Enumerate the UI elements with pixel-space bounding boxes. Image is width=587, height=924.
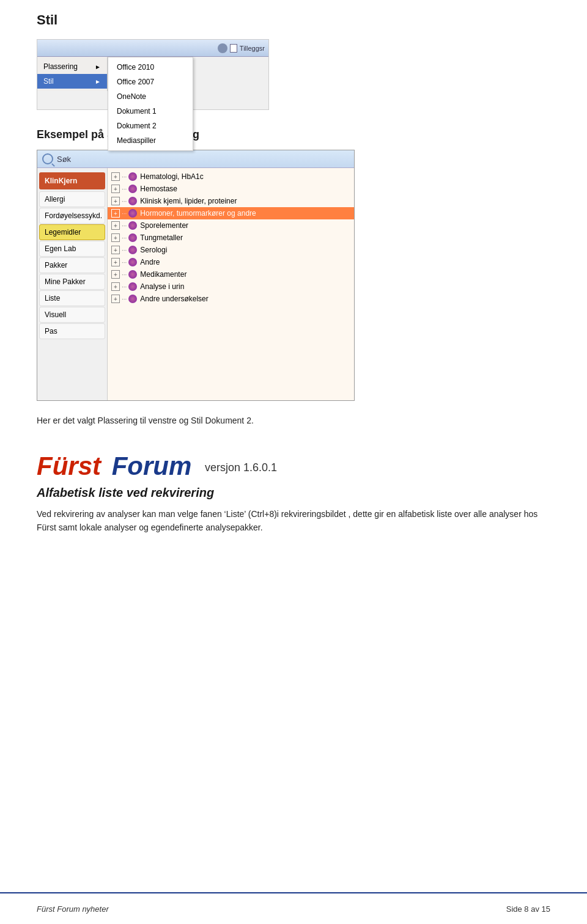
tillegg-icon xyxy=(218,43,227,53)
submenu-dokument1[interactable]: Dokument 1 xyxy=(108,104,193,119)
submenu-office2007[interactable]: Office 2007 xyxy=(108,75,193,89)
sidebar-item-allergi[interactable]: Allergi xyxy=(39,191,105,207)
sidebar-item-fordoyelse[interactable]: Fordøyelsessykd. xyxy=(39,208,105,224)
tree-dots: ··· xyxy=(122,174,127,180)
tree-expand-icon: + xyxy=(111,172,120,181)
tree-item-1[interactable]: + ··· Hemostase xyxy=(108,183,354,195)
tree-expand-icon: + xyxy=(111,233,120,242)
tree-item-9[interactable]: + ··· Analyse i urin xyxy=(108,280,354,293)
sidebar-item-egenlab[interactable]: Egen Lab xyxy=(39,241,105,257)
tree-icon xyxy=(128,185,137,193)
tree-item-3[interactable]: + ··· Hormoner, tumormarkører og andre xyxy=(108,207,354,219)
tree-expand-icon: + xyxy=(111,221,120,230)
menu-item-stil[interactable]: Stil ► xyxy=(37,74,107,89)
tree-icon xyxy=(128,209,137,218)
search-label: Søk xyxy=(57,155,71,164)
arrow-icon: ► xyxy=(95,64,101,70)
menu-item-plassering[interactable]: Plassering ► xyxy=(37,59,107,74)
footer-left: Fürst Forum nyheter xyxy=(37,904,109,914)
tree-expand-icon: + xyxy=(111,270,120,279)
tillegg-doc-icon xyxy=(230,44,237,53)
app-main-tree: + ··· Hematologi, HbA1c + ··· Hemostase … xyxy=(108,168,354,400)
tree-item-4[interactable]: + ··· Sporelementer xyxy=(108,219,354,232)
footer: Fürst Forum nyheter Side 8 av 15 xyxy=(0,892,587,924)
context-menu-left: Plassering ► Stil ► xyxy=(37,57,108,91)
tree-icon xyxy=(128,233,137,242)
submenu-onenote[interactable]: OneNote xyxy=(108,89,193,104)
tree-icon xyxy=(128,197,137,205)
tree-expand-icon: + xyxy=(111,282,120,291)
top-ribbon: Tilleggsr xyxy=(37,40,268,57)
arrow-icon: ► xyxy=(95,78,101,85)
tree-icon xyxy=(128,246,137,254)
furst-text: Fürst xyxy=(37,452,101,480)
tree-item-0[interactable]: + ··· Hematologi, HbA1c xyxy=(108,170,354,183)
description-text: Her er det valgt Plassering til venstre … xyxy=(37,414,550,427)
tilleggs-label: Tilleggsr xyxy=(240,45,265,52)
tree-dots: ··· xyxy=(122,271,127,278)
sidebar-item-minepakker[interactable]: Mine Pakker xyxy=(39,274,105,290)
tree-dots: ··· xyxy=(122,259,127,266)
search-icon xyxy=(42,153,53,164)
tree-icon xyxy=(128,172,137,181)
tree-dots: ··· xyxy=(122,296,127,302)
alfabetisk-title: Alfabetisk liste ved rekvirering xyxy=(37,486,550,500)
tree-item-8[interactable]: + ··· Medikamenter xyxy=(108,268,354,280)
tree-expand-icon: + xyxy=(111,295,120,303)
context-menu-right: Office 2010 Office 2007 OneNote Dokument… xyxy=(108,57,193,151)
sidebar-item-klinkjern[interactable]: KlinKjern xyxy=(39,172,105,189)
tree-expand-icon: + xyxy=(111,185,120,193)
sidebar-item-pas[interactable]: Pas xyxy=(39,323,105,339)
tree-dots: ··· xyxy=(122,198,127,205)
tree-dots: ··· xyxy=(122,210,127,217)
menu-screenshot: Tilleggsr Plassering ► Stil ► Office 201… xyxy=(37,39,269,110)
tree-icon xyxy=(128,221,137,230)
sidebar-item-legemidler[interactable]: Legemidler xyxy=(39,224,105,240)
footer-right: Side 8 av 15 xyxy=(506,904,550,914)
app-sidebar: KlinKjern Allergi Fordøyelsessykd. Legem… xyxy=(37,168,108,400)
app-search-bar: Søk xyxy=(37,150,354,168)
tree-icon xyxy=(128,282,137,291)
tree-item-7[interactable]: + ··· Andre xyxy=(108,256,354,268)
tree-expand-icon: + xyxy=(111,209,120,218)
tree-expand-icon: + xyxy=(111,246,120,254)
versjon-text: versjon 1.6.0.1 xyxy=(205,461,277,474)
tree-icon xyxy=(128,258,137,266)
app-body: KlinKjern Allergi Fordøyelsessykd. Legem… xyxy=(37,168,354,400)
tree-expand-icon: + xyxy=(111,197,120,205)
tree-expand-icon: + xyxy=(111,258,120,266)
tree-dots: ··· xyxy=(122,222,127,229)
furst-forum-heading: Fürst Forum versjon 1.6.0.1 xyxy=(37,452,550,481)
tree-dots: ··· xyxy=(122,247,127,254)
app-screenshot: Søk KlinKjern Allergi Fordøyelsessykd. L… xyxy=(37,150,355,401)
tree-dots: ··· xyxy=(122,235,127,241)
tree-item-2[interactable]: + ··· Klinisk kjemi, lipider, proteiner xyxy=(108,195,354,207)
sidebar-item-liste[interactable]: Liste xyxy=(39,290,105,306)
tree-icon xyxy=(128,295,137,303)
forum-text: Forum xyxy=(112,452,192,480)
sidebar-item-visuell[interactable]: Visuell xyxy=(39,307,105,323)
submenu-office2010[interactable]: Office 2010 xyxy=(108,60,193,75)
submenu-dokument2[interactable]: Dokument 2 xyxy=(108,119,193,133)
tree-item-6[interactable]: + ··· Serologi xyxy=(108,244,354,256)
section1-title: Stil xyxy=(37,12,550,28)
submenu-mediaspiller[interactable]: Mediaspiller xyxy=(108,133,193,148)
tree-icon xyxy=(128,270,137,279)
tree-dots: ··· xyxy=(122,186,127,193)
tree-item-10[interactable]: + ··· Andre undersøkelser xyxy=(108,293,354,305)
menu-container: Plassering ► Stil ► Office 2010 Office 2… xyxy=(37,57,268,91)
tree-dots: ··· xyxy=(122,284,127,290)
alfabetisk-body: Ved rekvirering av analyser kan man velg… xyxy=(37,507,550,535)
tree-item-5[interactable]: + ··· Tungmetaller xyxy=(108,232,354,244)
sidebar-item-pakker[interactable]: Pakker xyxy=(39,257,105,273)
